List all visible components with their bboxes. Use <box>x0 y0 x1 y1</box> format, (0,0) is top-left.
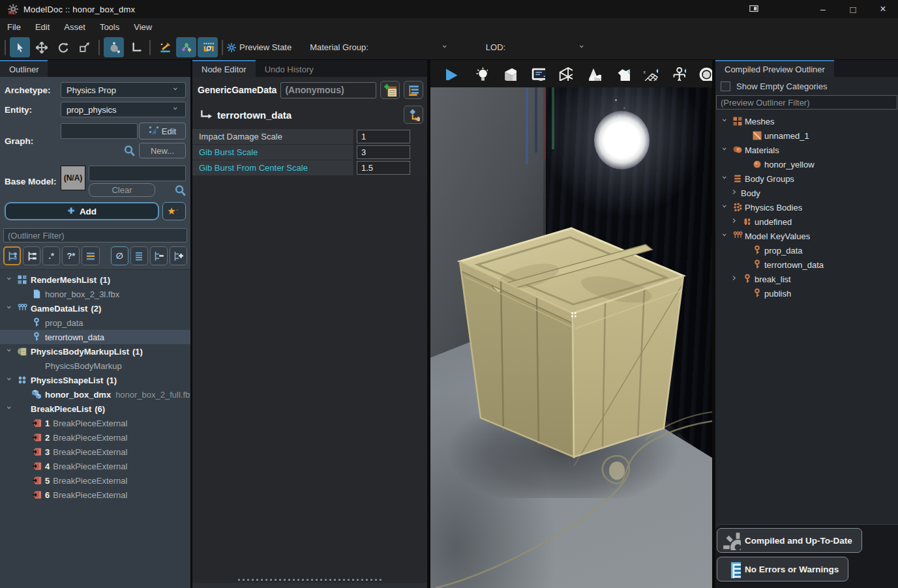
local-axes-button[interactable] <box>125 37 145 57</box>
rtree-body[interactable]: Body <box>715 186 898 200</box>
rotate-tool-button[interactable] <box>53 37 73 57</box>
globe-rotate-button[interactable] <box>104 37 124 57</box>
tree-view-button[interactable] <box>3 246 21 265</box>
chevron-right-icon[interactable] <box>729 218 741 226</box>
flat-view-button[interactable] <box>23 246 40 265</box>
show-skeleton-button[interactable] <box>666 63 689 85</box>
chevron-right-icon[interactable] <box>729 189 741 197</box>
viewport-3d-scene[interactable] <box>430 87 712 588</box>
tree-row-honor-box-dmx[interactable]: honor_box_dmx honor_box_2_full.fbx <box>0 387 190 402</box>
chevron-down-icon[interactable] <box>4 348 16 355</box>
rtree-unnamed1[interactable]: unnamed_1 <box>715 128 898 143</box>
tree-row-gamedatalist[interactable]: GameDataList (2) <box>0 301 190 316</box>
chevron-down-icon[interactable] <box>719 118 731 125</box>
node-editor-canvas[interactable] <box>192 176 427 576</box>
minimize-button[interactable]: – <box>808 0 838 18</box>
tree-row-breakpiece-5[interactable]: 5 BreakPieceExternal <box>0 473 190 488</box>
preview-filter-input[interactable] <box>716 95 897 110</box>
tree-row-breakpiece-4[interactable]: 4 BreakPieceExternal <box>0 459 190 473</box>
primitives-button[interactable] <box>582 63 605 85</box>
tab-node-editor[interactable]: Node Editor <box>192 60 256 77</box>
tree-row-breakpiece-2[interactable]: 2 BreakPieceExternal <box>0 430 190 445</box>
rtree-terrortown-data[interactable]: terrortown_data <box>715 257 898 272</box>
chevron-down-icon[interactable] <box>719 175 731 182</box>
tree-row-physicsshapelist[interactable]: PhysicsShapeList (1) <box>0 373 190 387</box>
chevron-down-icon[interactable] <box>719 204 731 211</box>
node-flow-button[interactable] <box>404 106 423 124</box>
chevron-down-icon[interactable] <box>4 276 16 283</box>
rtree-undefined[interactable]: undefined <box>715 214 898 229</box>
errors-status-button[interactable]: No Errors or Warnings <box>717 557 848 581</box>
menu-view[interactable]: View <box>127 18 159 35</box>
tree-row-physicsbodymarkuplist[interactable]: PhysicsBodyMarkupList (1) <box>0 344 190 359</box>
chevron-down-icon[interactable] <box>4 305 16 312</box>
chevron-down-icon[interactable] <box>719 147 731 153</box>
show-all-button[interactable] <box>130 246 148 265</box>
tree-row-breakpiece-3[interactable]: 3 BreakPieceExternal <box>0 445 190 459</box>
entity-select[interactable]: prop_physics <box>61 102 186 117</box>
rtree-physics-bodies[interactable]: Physics Bodies <box>715 200 898 214</box>
chevron-down-icon[interactable] <box>719 233 731 239</box>
asset-tool-button[interactable] <box>155 37 175 57</box>
chevron-right-icon[interactable] <box>729 275 741 283</box>
auto-recompile-button[interactable] <box>198 37 218 57</box>
move-tool-button[interactable] <box>31 37 52 57</box>
base-model-clear-button[interactable]: Clear <box>89 183 155 197</box>
hide-empty-button[interactable]: ∅ <box>111 246 128 265</box>
render-settings-button[interactable] <box>526 63 548 85</box>
rtree-prop-data[interactable]: prop_data <box>715 243 898 257</box>
expand-all-button[interactable] <box>170 246 187 265</box>
base-model-input[interactable] <box>89 166 186 181</box>
chevron-down-icon[interactable] <box>4 377 16 383</box>
menu-file[interactable]: File <box>0 18 28 35</box>
tree-row-terrortown-data[interactable]: terrortown_data <box>0 330 190 344</box>
menu-asset[interactable]: Asset <box>57 18 93 35</box>
tree-row-fbx[interactable]: honor_box_2_3l.fbx <box>0 287 190 301</box>
menu-tools[interactable]: Tools <box>93 18 127 35</box>
tab-outliner[interactable]: Outliner <box>0 60 48 77</box>
collapse-all-button[interactable] <box>150 246 168 265</box>
tree-row-physicsbodymarkup[interactable]: PhysicsBodyMarkup <box>0 359 190 373</box>
base-model-search-icon[interactable] <box>174 184 186 196</box>
list-categories-button[interactable] <box>82 246 99 265</box>
graph-search-icon[interactable] <box>121 145 138 156</box>
tab-undo-history[interactable]: Undo History <box>256 60 323 77</box>
rtree-materials[interactable]: Materials <box>715 143 898 157</box>
property-value-input[interactable]: 1.5 <box>357 161 410 175</box>
lighting-button[interactable] <box>470 63 492 85</box>
show-cloth-button[interactable] <box>610 63 633 85</box>
rtree-honor-yellow[interactable]: honor_yellow <box>715 157 898 171</box>
shaded-view-button[interactable] <box>498 63 520 85</box>
maximize-button[interactable]: □ <box>838 0 868 18</box>
tree-row-breakpiecelist[interactable]: BreakPieceList (6) <box>0 402 190 416</box>
node-graph-button[interactable] <box>176 37 196 57</box>
node-name-input[interactable] <box>280 82 376 98</box>
graph-edit-button[interactable]: Edit <box>139 123 186 140</box>
chevron-down-icon[interactable] <box>4 405 16 412</box>
preview-state-control[interactable]: Preview State <box>226 42 292 53</box>
rtree-publish[interactable]: publish <box>715 286 898 301</box>
property-value-input[interactable]: 1 <box>357 130 410 143</box>
panel-resize-handle[interactable] <box>192 576 427 583</box>
tab-compiled-preview-outliner[interactable]: Compiled Preview Outliner <box>715 60 834 77</box>
favorites-button[interactable]: ★ <box>162 202 186 220</box>
add-button[interactable]: Add <box>5 202 159 220</box>
show-empty-categories-checkbox[interactable] <box>721 81 730 91</box>
graph-new-button[interactable]: New... <box>139 143 186 158</box>
rtree-model-keyvalues[interactable]: Model KeyValues <box>715 229 898 243</box>
graph-input[interactable] <box>61 123 138 139</box>
compile-status-button[interactable]: Compiled and Up-To-Date <box>717 528 862 553</box>
tree-row-rendermeshlist[interactable]: RenderMeshList (1) <box>0 272 190 287</box>
rtree-break-list[interactable]: break_list <box>715 272 898 286</box>
tree-row-prop-data[interactable]: prop_data <box>0 316 190 330</box>
lod-dropdown[interactable] <box>515 40 586 55</box>
window-layout-icon[interactable] <box>739 0 769 18</box>
wireframe-button[interactable] <box>554 63 576 85</box>
archetype-select[interactable]: Physics Prop <box>61 82 186 98</box>
show-grid-button[interactable]: xzy <box>638 63 661 85</box>
wildcard-filter-button[interactable]: ?* <box>62 246 80 265</box>
add-note-button[interactable] <box>380 81 400 99</box>
scale-tool-button[interactable] <box>74 37 95 57</box>
tree-row-breakpiece-6[interactable]: 6 BreakPieceExternal <box>0 488 190 502</box>
close-button[interactable]: × <box>868 0 898 18</box>
